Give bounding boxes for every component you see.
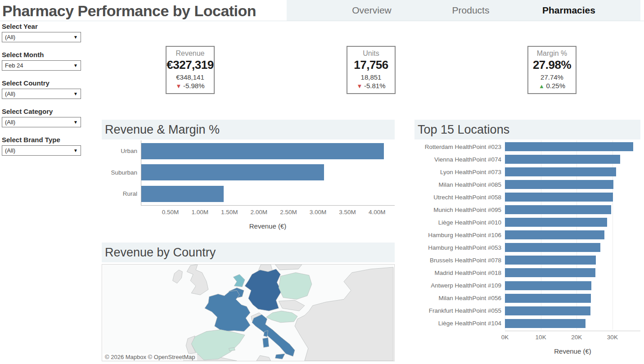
filter-year: Select Year (All) ▼ bbox=[2, 22, 83, 42]
bar-track bbox=[505, 178, 640, 191]
axis-tick-label: 3.50M bbox=[339, 209, 356, 216]
bar-row: Hamburg HealthPoint #053 bbox=[414, 241, 640, 254]
bar[interactable] bbox=[505, 180, 613, 189]
bar-row: Rotterdam HealthPoint #023 bbox=[414, 140, 640, 153]
bar[interactable] bbox=[141, 164, 324, 180]
kpi-value: 17,756 bbox=[347, 58, 395, 72]
bar-track bbox=[505, 140, 640, 153]
kpi-value: €327,319 bbox=[167, 58, 214, 72]
brand-type-dropdown[interactable]: (All) ▼ bbox=[2, 145, 81, 156]
chevron-down-icon: ▼ bbox=[73, 32, 78, 42]
delta-value: -5.81% bbox=[364, 82, 386, 90]
bar[interactable] bbox=[505, 268, 595, 277]
axis-tick-label: 20K bbox=[571, 334, 582, 341]
chevron-down-icon: ▼ bbox=[73, 61, 78, 70]
dropdown-value: Feb 24 bbox=[2, 62, 23, 69]
bar-row: Antwerp HealthPoint #109 bbox=[414, 279, 640, 292]
bar[interactable] bbox=[505, 205, 611, 214]
axis-tick-label: 1.00M bbox=[191, 209, 208, 216]
bar-category-label: Hamburg HealthPoint #053 bbox=[414, 244, 505, 251]
axis-tick-label: 4.00M bbox=[369, 209, 386, 216]
bar-row: Frankfurt HealthPoint #055 bbox=[414, 305, 640, 317]
bar[interactable] bbox=[505, 230, 604, 239]
bar[interactable] bbox=[505, 319, 585, 328]
x-axis-ticks: 0.50M1.00M1.50M2.00M2.50M3.00M3.50M4.00M bbox=[141, 209, 395, 217]
bar-category-label: Milan HealthPoint #056 bbox=[414, 295, 505, 301]
bar[interactable] bbox=[505, 218, 607, 227]
year-dropdown[interactable]: (All) ▼ bbox=[2, 32, 81, 42]
bar-track bbox=[505, 191, 640, 203]
bar-rows: Rotterdam HealthPoint #023Vienna HealthP… bbox=[414, 140, 640, 330]
bar[interactable] bbox=[505, 142, 633, 151]
map-canvas bbox=[102, 265, 394, 361]
delta-arrow-icon: ▲ bbox=[539, 83, 546, 90]
bar-track bbox=[505, 317, 640, 330]
kpi-previous-value: €348,141 bbox=[167, 73, 214, 81]
bar-track bbox=[505, 203, 640, 216]
bar-row: Munich HealthPoint #095 bbox=[414, 203, 640, 216]
bar-row: Rural bbox=[102, 183, 395, 205]
tab-pharmacies[interactable]: Pharmacies bbox=[533, 0, 605, 21]
map-attribution[interactable]: © 2026 Mapbox © OpenStreetMap bbox=[103, 354, 197, 360]
bar-rows: UrbanSuburbanRural bbox=[102, 140, 395, 205]
axis-tick-label: 3.00M bbox=[310, 209, 327, 216]
bar-track bbox=[505, 305, 640, 317]
bar-track bbox=[505, 166, 640, 178]
bar-row: Brussels HealthPoint #078 bbox=[414, 254, 640, 266]
delta-arrow-icon: ▼ bbox=[356, 83, 364, 90]
dashboard: Pharmacy Performance by Location Overvie… bbox=[0, 0, 644, 364]
bar-category-label: Munich HealthPoint #095 bbox=[414, 207, 505, 213]
bar[interactable] bbox=[505, 167, 616, 176]
header-divider bbox=[0, 21, 644, 21]
bar-category-label: Frankfurt HealthPoint #055 bbox=[414, 307, 505, 314]
bar-track bbox=[141, 183, 395, 205]
filter-panel: Select Year (All) ▼ Select Month Feb 24 … bbox=[2, 22, 83, 164]
bar-track bbox=[505, 279, 640, 292]
x-axis-title: Revenue (€) bbox=[505, 347, 640, 355]
bar[interactable] bbox=[505, 281, 591, 290]
category-dropdown[interactable]: (All) ▼ bbox=[2, 117, 81, 127]
bar[interactable] bbox=[141, 143, 384, 159]
bar-track bbox=[505, 292, 640, 305]
bar-row: Hamburg HealthPoint #106 bbox=[414, 229, 640, 241]
bar-row: Milan HealthPoint #085 bbox=[414, 178, 640, 191]
bar-category-label: Liège HealthPoint #104 bbox=[414, 320, 505, 327]
bar-row: Madrid HealthPoint #018 bbox=[414, 266, 640, 279]
kpi-title: Units bbox=[347, 49, 395, 58]
axis-tick-label: 2.50M bbox=[280, 209, 297, 216]
tab-products[interactable]: Products bbox=[444, 0, 498, 21]
tab-overview[interactable]: Overview bbox=[345, 0, 399, 21]
page-title: Pharmacy Performance by Location bbox=[2, 0, 256, 21]
axis-tick-label: 10K bbox=[536, 334, 546, 341]
panel-title-revenue-by-country: Revenue by Country bbox=[102, 243, 395, 262]
kpi-previous-value: 27.74% bbox=[528, 73, 576, 81]
country-dropdown[interactable]: (All) ▼ bbox=[2, 89, 81, 99]
axis-tick-label: 0.50M bbox=[162, 209, 179, 216]
bar[interactable] bbox=[505, 306, 590, 315]
bar[interactable] bbox=[505, 243, 600, 252]
bar[interactable] bbox=[505, 193, 613, 202]
bar-row: Milan HealthPoint #056 bbox=[414, 292, 640, 305]
bar[interactable] bbox=[141, 186, 224, 202]
kpi-previous-value: 18,851 bbox=[347, 73, 395, 81]
axis-tick-label: 0K bbox=[501, 334, 509, 341]
panel-title-top15: Top 15 Locations bbox=[414, 120, 640, 139]
kpi-card-units: Units 17,756 18,851 ▼ -5.81% bbox=[347, 46, 396, 94]
kpi-delta: ▲ 0.25% bbox=[528, 82, 576, 90]
bar[interactable] bbox=[505, 294, 591, 303]
bar-row: Urban bbox=[102, 140, 395, 162]
map-sardinia[interactable] bbox=[263, 337, 269, 347]
map-country-poland[interactable] bbox=[279, 273, 311, 299]
kpi-title: Margin % bbox=[528, 49, 576, 58]
bar-category-label: Urban bbox=[102, 148, 141, 154]
bar[interactable] bbox=[505, 155, 620, 164]
dropdown-value: (All) bbox=[2, 147, 15, 154]
bar[interactable] bbox=[505, 256, 596, 265]
month-dropdown[interactable]: Feb 24 ▼ bbox=[2, 60, 81, 71]
bar-row: Utrecht HealthPoint #058 bbox=[414, 191, 640, 203]
filter-country: Select Country (All) ▼ bbox=[2, 79, 83, 99]
revenue-margin-chart: UrbanSuburbanRural 0.50M1.00M1.50M2.00M2… bbox=[102, 140, 395, 229]
bar-category-label: Suburban bbox=[102, 169, 141, 176]
kpi-title: Revenue bbox=[167, 49, 214, 58]
dropdown-value: (All) bbox=[2, 90, 15, 97]
